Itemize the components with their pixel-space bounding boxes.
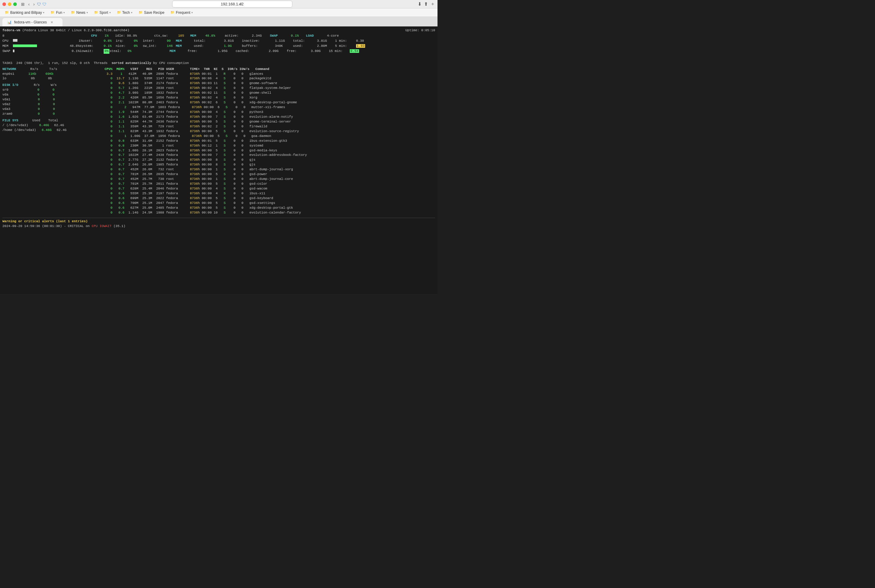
cpu-iowait-val: 0% [104,49,110,54]
toolbar-right: ⬇ ⬆ ＋ [418,1,435,7]
back-button[interactable]: ‹ [27,1,31,7]
chevron-down-icon: ▾ [191,11,193,14]
fs-root: / (/dev/vda3) 6.46G 62.4G [2,123,105,128]
swap-pct-2: 0.1% [15,49,80,54]
table-row: 0 1.1 359M 43.3M 729 root 8736h 00:02 2 … [105,124,435,129]
cpu-steal-val: 0% [128,49,137,54]
minimize-button[interactable] [8,2,11,6]
cpu-irq-val: 0% [134,39,143,44]
cpu-ctxsw: ctx_sw: [154,34,178,39]
table-row: 0 0.8 633M 31.6M 2152 fedora 8736h 00:01… [105,139,435,144]
reload-button[interactable]: ↺ [239,2,242,7]
maximize-button[interactable] [13,2,17,6]
chevron-down-icon: ▾ [43,11,45,14]
folder-icon: 📁 [5,10,9,14]
bookmark-frequent[interactable]: 📁 Frequent ▾ [168,10,195,16]
tab-favicon: 📊 [7,20,12,24]
mem-bar [13,45,37,47]
terminal-area[interactable]: fedora-vm (Fedora Linux 38 64bit / Linux… [0,26,438,294]
chevron-down-icon: ▾ [87,11,88,14]
mem-inactive-val: 1.11G [275,39,293,44]
hostname: fedora-vm (Fedora Linux 38 64bit / Linux… [2,28,129,33]
table-row: 0 1.9 544M 74.3M 2744 fedora 8736h 00:00… [105,110,435,115]
folder-icon: 📁 [71,10,75,14]
address-bar[interactable]: 192.168.1.42 [172,1,292,8]
tab-bar: 📊 fedora-vm - Glances ✕ [0,17,438,26]
address-bar-wrap: 192.168.1.42 ↺ [47,1,418,8]
cpu-inter-val: 90 [167,39,176,44]
table-row: 0 2 947M 77.9M 1863 fedora 8736h 00:00 6… [105,105,435,110]
cpu-pct: 1% [105,34,115,39]
cpu-pct-2: 1% [18,39,83,44]
mem-label-4: MEM [176,44,194,49]
network-lo: lo 0b 0b [2,76,105,81]
fs-home: /home (/dev/vda3) 6.46G 62.4G [2,128,105,133]
table-row: 0 0.6 555M 25.3M 2197 fedora 8736h 00:00… [105,191,435,196]
cpu-num: 8 [2,34,13,39]
mem-label: MEM [190,34,205,39]
table-row: 0 0.7 452M 25.7M 730 root 8736h 00:00 1 … [105,177,435,182]
bookmark-save-recipe[interactable]: 📁 Save Recipe [136,10,167,16]
swap-used-val: 2.00M [317,44,335,49]
mem-total-val: 3.81G [224,39,242,44]
disk-zram0: zram0 0 0 [2,112,105,117]
load-label: LOAD [306,34,327,39]
tab-close-button[interactable]: ✕ [51,20,53,24]
cpu-system: system: [80,44,104,49]
share-icon[interactable]: ⬆ [424,1,428,7]
cpu-user: user: [83,39,104,44]
chevron-down-icon: ▾ [131,11,132,14]
cpu-section-header [13,34,91,39]
cpu-steal: steal: [110,49,128,54]
table-row: 0 0.6 1.14G 24.5M 1988 fedora 8736h 00:0… [105,210,435,215]
table-row: 0 0.6 699M 25.3M 2022 fedora 8736h 00:00… [105,196,435,201]
network-header: NETWORK Rx/s Tx/s [2,67,105,72]
separator [2,55,435,60]
cpu-label: CPU [91,34,105,39]
swap-label-2: SWAP [2,49,13,54]
disk-header: DISK I/O R/s W/s [2,83,105,88]
active-tab[interactable]: 📊 fedora-vm - Glances ✕ [2,18,63,26]
new-tab-icon[interactable]: ＋ [430,1,435,7]
cpu-ctxsw-val: 105 [178,34,190,39]
cpu-bar [13,39,17,42]
table-row: 0 0.6 627M 25.0M 2485 fedora 8736h 00:00… [105,206,435,210]
process-table: CPU% MEM% VIRT RES PID USER TIME+ THR NI… [105,67,435,215]
mem-used-val: 1.9G [224,44,242,49]
table-row: 0 0.7 1.08G 28.1M 2023 fedora 8736h 00:0… [105,148,435,153]
table-row: 0 1.6 1.02G 63.4M 2173 fedora 8736h 00:0… [105,115,435,120]
cpu-swint: sw_int: [143,44,167,49]
bookmark-news[interactable]: 📁 News ▾ [69,10,90,16]
bookmark-banking[interactable]: 📁 Banking and Billpay ▾ [2,10,47,16]
table-row: 0 2.2 426M 85.5M 1656 fedora 8736h 00:02… [105,96,435,100]
table-row: 3.3 1 412M 40.0M 2996 fedora 8736h 00:01… [105,72,435,76]
mem-used: used: [194,44,224,49]
mem-label-3: MEM [2,44,13,49]
warning-detail: 2024-09-20 14:59:36 (00:01:30) - CRITICA… [2,224,435,229]
disk-vda3: vda3 0 0 [2,107,105,112]
mem-buffers: buffers: [242,44,275,49]
swap-free: free: [287,49,311,54]
sidebar-toggle[interactable]: ⊞ [20,1,26,7]
mem-total: total: [194,39,224,44]
bookmark-tech[interactable]: 📁 Tech ▾ [114,10,135,16]
table-row: 0 0.7 701M 25.7M 2011 fedora 8736h 00:00… [105,182,435,186]
swap-total-val: 3.81G [317,39,335,44]
swap-total: total: [293,39,317,44]
load-1min-val: 0.38 [356,39,364,44]
forward-button[interactable]: › [32,1,36,7]
mem-free-val: 1.95G [218,49,236,54]
table-row: 0 1 1.00G 37.8M 1956 fedora 8736h 00:00 … [105,134,435,139]
cpu-label-2: CPU [2,39,13,44]
table-row: 0 1.1 825M 44.7M 2636 fedora 8736h 00:00… [105,120,435,124]
swap-pct: 0.1% [291,34,306,39]
table-row: 0 13.7 1.13G 535M 1147 root 8736h 00:06 … [105,76,435,81]
mem-pct: 48.8% [205,34,225,39]
bookmark-sport[interactable]: 📁 Sport ▾ [92,10,113,16]
cpu-nice: nice: [116,44,134,49]
mem-active: active: [225,34,252,39]
warning-header: Warning or critical alerts (last 1 entri… [2,219,435,224]
bookmark-fun[interactable]: 📁 Fun ▾ [48,10,67,16]
close-button[interactable] [2,2,6,6]
download-icon[interactable]: ⬇ [418,1,422,7]
